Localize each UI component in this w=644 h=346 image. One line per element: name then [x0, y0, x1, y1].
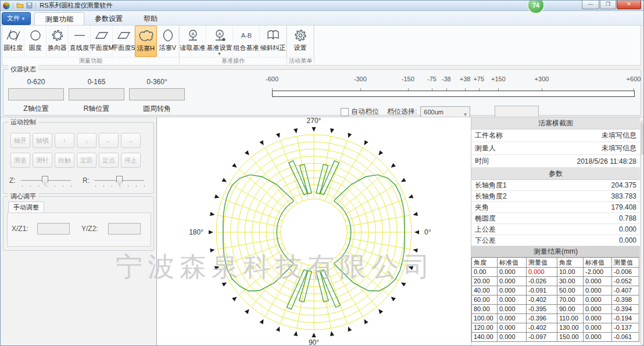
results-cell: -0.398: [612, 295, 639, 305]
commutator-button[interactable]: 换向器: [46, 26, 69, 57]
svg-text:180°: 180°: [189, 228, 203, 236]
gear-select-label: 档位选择:: [387, 107, 417, 117]
axis-position-column: 0-360°圆周转角: [129, 78, 185, 114]
results-cell: -0.137: [612, 323, 639, 333]
motion-button[interactable]: 轴锁: [33, 133, 52, 148]
results-cell: -0.396: [527, 314, 557, 323]
menu-tab[interactable]: 参数设置: [84, 12, 133, 25]
results-cell: 100.00: [472, 314, 498, 323]
ruler-tick: [634, 88, 634, 91]
auto-gear-checkbox[interactable]: [341, 108, 349, 116]
piston-v-button[interactable]: 活塞V: [157, 26, 179, 57]
motion-button[interactable]: 测针: [33, 153, 52, 168]
ruler-tick: [272, 88, 273, 91]
results-cell: 40.00: [472, 286, 498, 295]
minimize-button[interactable]: —: [582, 1, 599, 9]
roundness-button[interactable]: 圆度: [24, 26, 46, 57]
ruler-tick-label: -300: [354, 75, 367, 82]
results-cell: 30.00: [557, 277, 584, 286]
svg-text:A: A: [191, 31, 195, 37]
ruler-tick: [432, 88, 432, 91]
tab-manual-adjust[interactable]: 手动调整: [8, 201, 44, 214]
ruler-tick: [465, 88, 466, 91]
settings-button[interactable]: 设置: [287, 26, 314, 57]
axis-position-input[interactable]: [8, 88, 64, 100]
ribbon-button-label: 倾斜纠正: [260, 44, 286, 52]
param-label: 长轴角度2: [475, 192, 507, 201]
results-cell: 0.000: [584, 314, 612, 323]
gear-selection-row: 自动档位 档位选择: 600um▼: [341, 106, 539, 118]
motion-button[interactable]: 定距: [77, 153, 96, 168]
group-legend: 仪器状态: [8, 65, 38, 74]
results-cell: -2.000: [584, 268, 612, 277]
results-cell: 60.00: [472, 295, 498, 305]
ruler-tick-label: +600: [627, 75, 641, 82]
xz1-input[interactable]: [37, 223, 70, 235]
group-legend: 运动控制: [8, 118, 38, 127]
main-area: 运动控制 轴开轴锁↑↓←→测姿测针自触定距定点停止 Z: R: 调心调平 手动调…: [1, 117, 644, 346]
read-datum-button[interactable]: A读取基准: [180, 26, 206, 57]
cylindricity-button[interactable]: 圆柱度: [2, 26, 24, 57]
ribbon-group: 圆柱度圆度换向器直线度平面度M平面度S活塞H活塞V测量功能: [2, 26, 180, 65]
slider-z-label: Z:: [9, 176, 16, 185]
combined-datum-button[interactable]: A-B组合基准: [233, 26, 260, 57]
r-slider-thumb[interactable]: [116, 176, 123, 186]
results-cell: 0.000: [498, 268, 527, 277]
motion-button[interactable]: 轴开: [10, 133, 30, 148]
results-cell: 70.00: [557, 295, 584, 305]
slider-tick: [112, 185, 112, 187]
tilt-correction-button[interactable]: 倾斜纠正: [260, 26, 287, 57]
yz2-input[interactable]: [108, 223, 141, 235]
axis-position-input[interactable]: [129, 88, 185, 100]
flatness-s-button[interactable]: 平面度S: [113, 26, 135, 57]
flatness-m-button[interactable]: 平面度M: [91, 26, 113, 57]
results-cell: -0.097: [527, 333, 557, 342]
close-button[interactable]: ✕: [617, 1, 641, 9]
results-cell: -0.026: [527, 277, 557, 286]
motion-button[interactable]: ↓: [77, 133, 96, 148]
axis-position-input[interactable]: [69, 88, 124, 100]
save-icon[interactable]: [26, 1, 33, 11]
ruler-tick-label: +300: [535, 75, 549, 82]
results-cell: 130.00: [557, 323, 584, 333]
gear-extra-input[interactable]: [495, 106, 539, 118]
menu-tab[interactable]: 测量功能: [34, 12, 84, 25]
results-scrollbar[interactable]: [641, 121, 644, 345]
results-cell: 0.000: [498, 295, 527, 305]
z-slider-thumb[interactable]: [42, 176, 48, 186]
ruler-tick: [360, 88, 361, 91]
slider-tick: [38, 185, 39, 187]
results-header-cell: 测量值: [527, 257, 557, 268]
param-row: 长轴角度1204.375: [471, 180, 640, 191]
open-folder-icon[interactable]: [16, 1, 24, 11]
ribbon-group: 设置活动菜单: [287, 26, 314, 65]
restore-button[interactable]: ❐: [600, 1, 616, 9]
motion-button[interactable]: 自触: [55, 153, 74, 168]
motion-button[interactable]: 测姿: [10, 153, 30, 168]
axis-range-label: 0-165: [69, 78, 124, 86]
ribbon-group-label: 基准操作: [180, 57, 287, 65]
datum-settings-button[interactable]: A基准设置▼: [206, 26, 233, 57]
yz2-label: Y/Z2:: [81, 225, 98, 233]
results-cell: -0.395: [527, 305, 557, 314]
ribbon-button-label: 平面度S: [112, 44, 135, 52]
ribbon-tabs: 测量功能参数设置帮助: [34, 12, 168, 25]
ribbon-group-buttons: 圆柱度圆度换向器直线度平面度M平面度S活塞H活塞V: [2, 26, 179, 57]
motion-button[interactable]: →: [121, 133, 141, 148]
motion-button[interactable]: 定点: [99, 153, 119, 168]
chevron-down-icon: ▼: [21, 16, 26, 21]
roundness-icon: [28, 27, 43, 44]
motion-button[interactable]: ←: [99, 133, 119, 148]
menu-tab[interactable]: 帮助: [133, 12, 168, 25]
piston-h-button[interactable]: 活塞H: [135, 26, 157, 57]
slider-tick: [120, 185, 120, 187]
motion-button[interactable]: 停止: [121, 153, 141, 168]
motion-button[interactable]: ↑: [55, 133, 74, 148]
menu-bar: 文件▼ 测量功能参数设置帮助: [1, 11, 644, 26]
piston-h-icon: [138, 28, 153, 44]
scrollbar-thumb[interactable]: [641, 122, 643, 155]
title-bar: | | RS系列圆柱度仪测量软件: [1, 1, 644, 11]
gear-select-dropdown[interactable]: 600um▼: [420, 106, 470, 117]
straightness-button[interactable]: 直线度: [69, 26, 91, 57]
file-menu-button[interactable]: 文件▼: [2, 12, 31, 25]
